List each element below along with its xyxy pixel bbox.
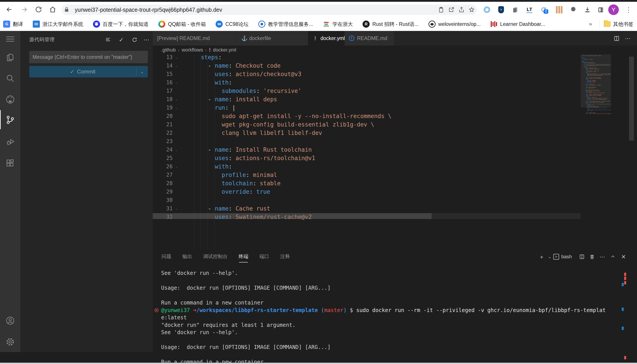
bookmark-item[interactable]: 98CC98论坛 [216, 20, 248, 28]
panel-more-actions-icon[interactable]: ⋯ [598, 252, 606, 261]
commit-message-input[interactable] [29, 51, 148, 63]
panel-tab-终端[interactable]: 终端 [238, 250, 249, 263]
extension-sync-icon[interactable]: 0 [539, 5, 548, 14]
bookmark-item[interactable]: 百度一下，你就知道 [93, 20, 149, 28]
fold-chevron-icon[interactable]: ⌄ [175, 95, 178, 104]
account-icon[interactable] [5, 316, 15, 326]
fold-chevron-icon[interactable]: ⌄ [175, 204, 178, 213]
breadcrumb-separator: › [205, 48, 207, 53]
bookmark-item[interactable]: 学在浙大 [323, 20, 353, 28]
panel-tab-问题[interactable]: 问题 [161, 250, 172, 263]
editor-more-actions-icon[interactable]: ⋯ [623, 34, 632, 43]
bookmark-item[interactable]: ✉浙江大学邮件系统 [33, 20, 83, 28]
tab-docker.yml[interactable]: !docker.yml✕ [308, 31, 345, 46]
menu-icon[interactable] [5, 35, 15, 45]
other-bookmarks[interactable]: 其他书签 [604, 17, 633, 31]
terminal-output-line: e:latest [161, 314, 187, 321]
breadcrumb[interactable]: .github›workflows›!docker.yml [153, 46, 637, 54]
bookmark-item[interactable]: weloveinterns/op... [429, 20, 481, 28]
fold-chevron-icon[interactable]: ⌄ [175, 54, 178, 62]
sidebar-toggle-icon[interactable] [596, 5, 605, 14]
terminal-instance-bash[interactable]: > bash [553, 252, 572, 261]
refresh-icon[interactable] [33, 4, 44, 15]
line-number: 18 [153, 95, 173, 104]
terminal-output[interactable]: See 'docker run --help'.Usage: docker ru… [153, 264, 637, 364]
share-icon[interactable] [456, 5, 467, 15]
fold-chevron-icon[interactable]: ⌄ [175, 162, 178, 171]
yaml-warning-icon: ! [209, 47, 211, 53]
open-in-new-icon[interactable] [446, 5, 456, 15]
kill-terminal-trash-icon[interactable] [588, 252, 596, 261]
bookmark-item[interactable]: G翻译 [3, 20, 23, 28]
terminal-dropdown-icon[interactable]: ⌄ [545, 252, 554, 261]
home-icon[interactable] [47, 4, 58, 15]
extension-pages-icon[interactable] [510, 5, 520, 14]
horizontal-scrollbar-thumb[interactable] [153, 213, 432, 219]
commit-button[interactable]: ✓ Commit ⌄ [29, 66, 148, 78]
explorer-icon[interactable] [5, 53, 15, 62]
code-text: with: [187, 78, 232, 87]
screen: yunwei37-potential-space-trout-rpr5qwj66… [0, 0, 637, 364]
bookmark-item[interactable]: 教学管理信息服务... [258, 20, 313, 28]
window-bottom-edge [0, 363, 637, 364]
settings-gear-icon[interactable] [5, 337, 15, 347]
breadcrumb-item[interactable]: workflows [182, 47, 203, 53]
fold-chevron-icon[interactable]: ⌄ [175, 78, 178, 87]
bookmarks-overflow-icon[interactable]: » [586, 20, 595, 28]
extension-bullets-icon[interactable] [554, 5, 564, 14]
maximize-panel-icon[interactable] [609, 252, 617, 261]
bookmark-item[interactable]: Learner Dashboar... [490, 20, 545, 28]
back-icon[interactable] [4, 4, 15, 15]
code-line: 20 sudo apt-get install -y --no-install-… [153, 112, 637, 120]
new-terminal-icon[interactable]: ＋ [537, 252, 546, 261]
panel-tab-注释[interactable]: 注释 [280, 250, 290, 263]
fold-chevron-icon[interactable]: ⌄ [175, 62, 178, 70]
tab--preview-readme.md[interactable]: [Preview] README.md [153, 31, 237, 46]
commit-dropdown-icon[interactable]: ⌄ [136, 69, 148, 74]
minimap-viewport[interactable] [581, 54, 611, 108]
url-bar[interactable]: yunwei37-potential-space-trout-rpr5qwj66… [62, 5, 477, 15]
kebab-menu-icon[interactable]: ⋮ [624, 5, 633, 14]
fold-chevron-icon[interactable]: ⌄ [175, 104, 178, 112]
refresh-icon[interactable] [131, 36, 139, 44]
command-failed-icon [154, 306, 159, 314]
line-number: 22 [153, 129, 173, 137]
breadcrumb-item[interactable]: .github [161, 47, 176, 53]
extensions-icon[interactable] [5, 158, 15, 168]
more-actions-icon[interactable]: ⋯ [143, 36, 151, 44]
github-icon[interactable] [5, 95, 15, 104]
clipboard-icon[interactable] [436, 5, 446, 15]
search-icon[interactable] [5, 74, 15, 83]
line-number: 15 [153, 70, 173, 78]
fold-chevron-icon[interactable]: ⌄ [175, 146, 178, 154]
terminal-scroll-mark [624, 273, 626, 276]
split-editor-icon[interactable] [612, 34, 621, 43]
source-control-icon[interactable] [5, 115, 15, 125]
puzzle-extensions-icon[interactable] [568, 5, 578, 14]
code-editor[interactable]: 13⌄ steps:14⌄ - name: Checkout code15 us… [153, 54, 637, 250]
url-text[interactable]: yunwei37-potential-space-trout-rpr5qwj66… [75, 7, 436, 13]
run-and-debug-icon[interactable] [5, 137, 15, 146]
vertical-scrollbar-thumb[interactable] [629, 56, 634, 141]
extension-shield-icon[interactable]: > [496, 5, 506, 14]
close-panel-icon[interactable]: ✕ [619, 252, 628, 261]
star-icon[interactable] [467, 5, 477, 15]
browser-avatar[interactable]: Y [608, 4, 619, 15]
code-line: 16⌄ with: [153, 78, 637, 87]
split-terminal-icon[interactable] [578, 252, 586, 261]
extension-languagetool-icon[interactable]: LT [525, 5, 534, 14]
tab-dockerfile[interactable]: ⚓dockerfile [237, 31, 308, 46]
view-as-list-icon[interactable] [104, 36, 112, 44]
panel-tab-端口[interactable]: 端口 [259, 250, 269, 263]
commit-check-icon[interactable]: ✓ [117, 36, 125, 44]
bookmark-item[interactable]: RRust 招聘 - Rust语... [363, 20, 419, 28]
breadcrumb-item[interactable]: docker.yml [213, 47, 236, 53]
panel-tab-调试控制台[interactable]: 调试控制台 [203, 250, 228, 263]
forward-icon[interactable] [19, 4, 30, 15]
bookmark-item[interactable]: QQ邮箱 - 收件箱 [158, 20, 206, 28]
tab-readme.md[interactable]: iREADME.md [345, 31, 394, 46]
panel-tab-输出[interactable]: 输出 [182, 250, 193, 263]
download-icon[interactable] [582, 5, 592, 14]
line-number: 28 [153, 179, 173, 188]
extension-ring-icon[interactable] [482, 5, 492, 14]
